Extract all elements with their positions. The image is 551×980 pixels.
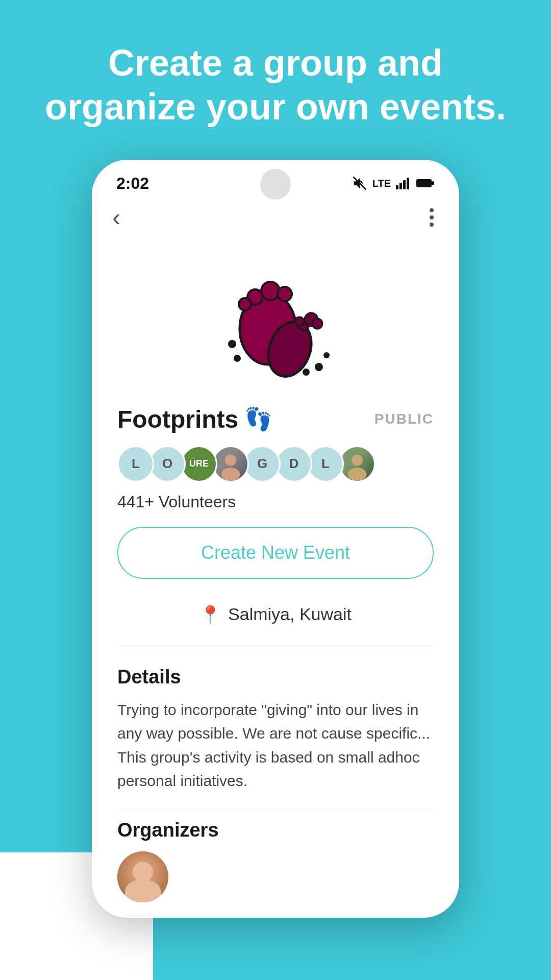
status-icons: LTE [352,176,435,191]
lte-icon: LTE [372,178,391,189]
location-text: Salmiya, Kuwait [228,604,352,624]
group-emoji: 👣 [244,406,272,432]
avatar-D: D [276,446,312,482]
signal-icon [396,177,411,189]
avatar-ure: URE [181,446,217,482]
status-time: 2:02 [116,174,149,193]
group-header-row: Footprints 👣 PUBLIC [117,405,434,433]
battery-icon [416,178,435,189]
group-info: Footprints 👣 PUBLIC L O URE G D L 441+ V… [92,400,459,646]
avatar-photo1 [212,446,249,482]
svg-point-21 [323,352,330,358]
svg-point-17 [228,340,236,348]
back-button[interactable]: ‹ [112,203,120,231]
group-visibility: PUBLIC [374,411,434,427]
member-avatars: L O URE G D L [117,446,434,482]
svg-rect-5 [416,179,432,187]
phone-notch [260,169,291,200]
svg-rect-6 [432,181,434,185]
svg-point-20 [315,363,323,371]
svg-point-16 [295,317,304,326]
svg-point-22 [225,454,236,465]
avatar-L1: L [117,446,154,482]
details-text: Trying to incorporate "giving" into our … [117,698,434,793]
mute-icon [352,176,367,191]
svg-point-9 [261,282,280,300]
organizer-photo [117,851,168,902]
organizer-avatar [117,851,168,902]
svg-point-15 [312,318,322,329]
group-logo-area [92,232,459,400]
svg-point-23 [221,468,240,481]
avatar-L2: L [307,446,344,482]
svg-rect-2 [399,183,402,189]
details-section: Details Trying to incorporate "giving" i… [92,651,459,808]
organizers-section: Organizers [92,809,459,918]
nav-row: ‹ [92,198,459,232]
svg-rect-1 [396,185,398,189]
location-pin-icon: 📍 [199,604,221,625]
svg-point-24 [352,454,363,465]
group-name: Footprints [117,405,238,433]
details-title: Details [117,666,434,688]
svg-rect-4 [407,178,409,189]
avatar-G: G [244,446,281,482]
volunteers-count: 441+ Volunteers [117,493,434,511]
svg-point-18 [234,355,241,362]
phone-mockup: 2:02 LTE ‹ [92,160,459,918]
header-tagline: Create a group and organize your own eve… [0,0,551,160]
avatar-O: O [149,446,186,482]
create-event-button[interactable]: Create New Event [117,527,434,579]
location-row: 📍 Salmiya, Kuwait [117,594,434,640]
svg-point-19 [303,369,310,376]
svg-point-11 [239,298,251,310]
svg-point-25 [348,468,367,481]
divider-1 [117,645,434,646]
svg-rect-3 [403,180,406,189]
more-options-button[interactable] [424,203,439,232]
avatar-photo2 [339,446,375,482]
organizers-title: Organizers [117,819,434,841]
group-logo [204,242,347,385]
svg-point-10 [278,287,292,301]
